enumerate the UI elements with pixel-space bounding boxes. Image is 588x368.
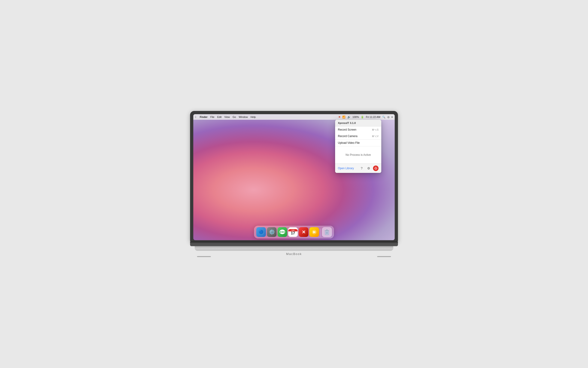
svg-text:🔵: 🔵 xyxy=(259,230,264,234)
macbook-container:  Finder File Edit View Go Window Help ✕… xyxy=(190,111,398,257)
record-camera-label: Record Camera xyxy=(338,135,357,138)
settings-icon[interactable]: ⚙ xyxy=(366,166,371,171)
help-menu[interactable]: Help xyxy=(250,116,256,118)
power-button[interactable]: ⏻ xyxy=(373,166,379,171)
macbook-feet xyxy=(190,256,398,257)
xpress-menubar-icon[interactable]: ✕ xyxy=(338,116,340,119)
dock-item-xpress[interactable]: ✕ xyxy=(299,227,309,237)
edit-menu[interactable]: Edit xyxy=(217,116,222,118)
sound-icon: 🔊 xyxy=(347,116,351,119)
apple-logo[interactable]:  xyxy=(195,116,196,118)
view-menu[interactable]: View xyxy=(224,116,230,118)
messages-icon: ●●● xyxy=(279,229,286,235)
foot-right xyxy=(377,256,391,257)
upload-video-label: Upload Video File xyxy=(338,141,360,145)
dock-item-settings[interactable]: ⚙️ xyxy=(267,227,277,237)
popup-status-area: No Process is Active xyxy=(335,146,381,163)
menubar:  Finder File Edit View Go Window Help ✕… xyxy=(193,114,395,120)
go-menu[interactable]: Go xyxy=(232,116,236,118)
macbook-lid:  Finder File Edit View Go Window Help ✕… xyxy=(190,111,398,241)
help-icon[interactable]: ? xyxy=(359,166,364,171)
xpressit-popup: XpressIT 3.1.0 Record Screen ⌘⌥S Record … xyxy=(335,120,381,173)
record-screen-label: Record Screen xyxy=(338,128,356,131)
popup-footer: Open Library ? ⚙ ⏻ xyxy=(335,163,381,173)
popup-header: XpressIT 3.1.0 xyxy=(335,120,381,127)
macbook-base xyxy=(195,246,393,251)
dock-item-capture[interactable] xyxy=(310,227,319,237)
battery-pct: 100% xyxy=(352,116,359,118)
finder-icon: 🔵 xyxy=(258,229,264,235)
control-center-icon[interactable]: ≡ xyxy=(392,116,393,118)
open-library-link[interactable]: Open Library xyxy=(338,167,354,170)
siri-icon[interactable]: ◎ xyxy=(387,116,390,119)
screen:  Finder File Edit View Go Window Help ✕… xyxy=(193,114,395,240)
record-screen-shortcut: ⌘⌥S xyxy=(372,129,379,131)
calendar-day: 17 xyxy=(291,231,295,235)
clock: Fri 11:22 AM xyxy=(366,116,380,118)
window-menu[interactable]: Window xyxy=(239,116,248,118)
battery-icon: 🔋 xyxy=(361,116,364,119)
capture-icon xyxy=(311,229,317,235)
svg-rect-9 xyxy=(326,229,328,230)
dock-item-calendar[interactable]: SUN 17 xyxy=(288,227,298,237)
dock: 🔵 ⚙️ ●●● SU xyxy=(254,226,334,238)
screen-bezel:  Finder File Edit View Go Window Help ✕… xyxy=(193,114,395,240)
macbook-bottom xyxy=(190,242,398,246)
status-text: No Process is Active xyxy=(346,153,371,156)
record-screen-item[interactable]: Record Screen ⌘⌥S xyxy=(335,127,381,133)
wifi-icon: 📶 xyxy=(342,116,346,119)
search-icon[interactable]: 🔍 xyxy=(382,116,385,119)
record-camera-item[interactable]: Record Camera ⌘⌥V xyxy=(335,133,381,139)
dock-item-finder[interactable]: 🔵 xyxy=(256,227,266,237)
finder-menu[interactable]: Finder xyxy=(200,116,208,118)
macbook-label: MacBook xyxy=(190,252,398,256)
dock-separator xyxy=(321,229,321,237)
file-menu[interactable]: File xyxy=(210,116,214,118)
svg-text:●●●: ●●● xyxy=(280,230,285,233)
dock-item-messages[interactable]: ●●● xyxy=(278,227,287,237)
foot-left xyxy=(197,256,211,257)
upload-video-item[interactable]: Upload Video File xyxy=(335,139,381,146)
dock-item-trash[interactable] xyxy=(322,227,332,237)
trash-icon xyxy=(324,229,330,235)
record-camera-shortcut: ⌘⌥V xyxy=(372,135,379,138)
power-icon: ⏻ xyxy=(374,167,377,170)
